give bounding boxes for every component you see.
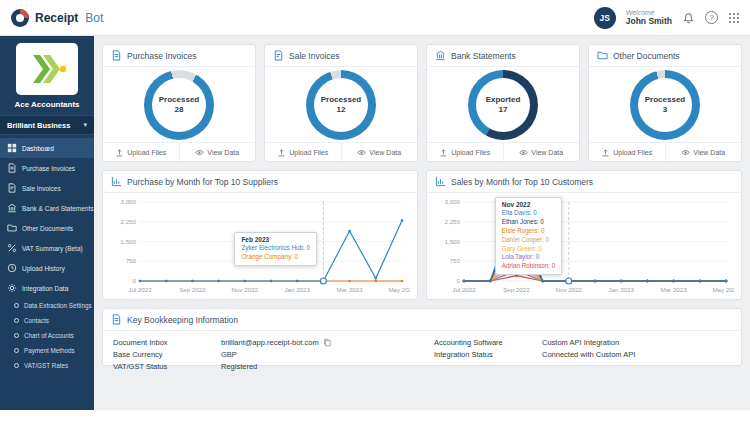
svg-text:Jul 2022: Jul 2022 bbox=[128, 286, 152, 293]
key-info-row: Document Inbox brilliant@app.receipt-bot… bbox=[113, 336, 410, 348]
purchase-line-chart[interactable]: 07501,5002,2503,000Jul 2022Sep 2022Nov 2… bbox=[103, 193, 417, 301]
bar-chart-icon bbox=[435, 176, 446, 187]
view-data-link[interactable]: View Data bbox=[179, 143, 256, 161]
donut-chart: Exported 17 bbox=[468, 70, 538, 140]
folder-icon bbox=[597, 50, 608, 61]
bar-chart-icon bbox=[111, 176, 122, 187]
document-inbox-value: brilliant@app.receipt-bot.com bbox=[221, 338, 319, 347]
gear-icon bbox=[7, 283, 17, 293]
tooltip-item: Elsie Rogers: 0 bbox=[502, 227, 556, 236]
business-selector[interactable]: Brilliant Business ▾ bbox=[0, 115, 94, 135]
info-label: Base Currency bbox=[113, 350, 221, 359]
donut-count: 28 bbox=[175, 105, 184, 114]
sidebar-item-label: VAT Summary (Beta) bbox=[22, 245, 83, 252]
upload-files-link[interactable]: Upload Files bbox=[103, 143, 179, 161]
view-data-link[interactable]: View Data bbox=[341, 143, 418, 161]
tooltip-item: Lola Taylor: 0 bbox=[502, 253, 556, 262]
sidebar-subitem-vat-gst-rates[interactable]: VAT/GST Rates bbox=[0, 358, 94, 373]
view-data-link[interactable]: View Data bbox=[503, 143, 580, 161]
svg-text:3,000: 3,000 bbox=[121, 198, 137, 205]
sidebar-item-other-documents[interactable]: Other Documents bbox=[0, 218, 94, 238]
receipt-bot-logo-icon bbox=[10, 8, 30, 28]
eye-icon bbox=[681, 148, 690, 157]
svg-text:Mar 2023: Mar 2023 bbox=[337, 286, 364, 293]
sidebar-item-vat-summary[interactable]: VAT Summary (Beta) bbox=[0, 238, 94, 258]
document-icon bbox=[111, 314, 122, 325]
sidebar-subitem-label: Data Extraction Settings bbox=[24, 302, 92, 309]
donut-status: Exported bbox=[486, 95, 521, 104]
notifications-bell-icon[interactable] bbox=[682, 11, 695, 24]
info-label: Accounting Software bbox=[434, 338, 542, 347]
line-chart-canvas: 07501,5002,2503,000Jul 2022Sep 2022Nov 2… bbox=[434, 195, 734, 295]
purchase-invoices-card: Purchase Invoices Processed 28 Upload Fi… bbox=[102, 44, 256, 162]
svg-text:Sep 2022: Sep 2022 bbox=[179, 286, 206, 293]
sidebar-item-purchase-invoices[interactable]: Purchase Invoices bbox=[0, 158, 94, 178]
key-info-left-column: Document Inbox brilliant@app.receipt-bot… bbox=[113, 336, 410, 372]
sidebar-subitem-payment-methods[interactable]: Payment Methods bbox=[0, 343, 94, 358]
upload-icon bbox=[439, 148, 448, 157]
svg-text:0: 0 bbox=[457, 277, 461, 284]
view-data-label: View Data bbox=[693, 149, 725, 156]
svg-text:Nov 2022: Nov 2022 bbox=[556, 286, 583, 293]
receipt-bot-logo[interactable]: ReceiptBot bbox=[10, 8, 103, 28]
vat-status-value: Registered bbox=[221, 362, 410, 371]
eye-icon bbox=[357, 148, 366, 157]
upload-files-link[interactable]: Upload Files bbox=[427, 143, 503, 161]
svg-text:1,500: 1,500 bbox=[121, 238, 137, 245]
sidebar-item-sale-invoices[interactable]: Sale Invoices bbox=[0, 178, 94, 198]
sidebar-item-upload-history[interactable]: Upload History bbox=[0, 258, 94, 278]
card-title: Bank Statements bbox=[451, 51, 516, 61]
sidebar-subitem-data-extraction-settings[interactable]: Data Extraction Settings bbox=[0, 298, 94, 313]
chart-tooltip: Feb 2023 Zyker Electronics Hub: 0Orange … bbox=[234, 232, 317, 266]
donut-status: Processed bbox=[645, 95, 685, 104]
upload-files-label: Upload Files bbox=[613, 149, 652, 156]
upload-files-link[interactable]: Upload Files bbox=[265, 143, 341, 161]
donut-chart: Processed 3 bbox=[630, 70, 700, 140]
sidebar-item-dashboard[interactable]: Dashboard bbox=[0, 138, 94, 158]
bank-statements-card: Bank Statements Exported 17 Upload Files… bbox=[426, 44, 580, 162]
dashboard-icon bbox=[7, 143, 17, 153]
tooltip-item: Gary Green: 0 bbox=[502, 245, 556, 254]
donut-status: Processed bbox=[321, 95, 361, 104]
svg-text:750: 750 bbox=[450, 257, 461, 264]
sidebar: Ace Accountants Brilliant Business ▾ Das… bbox=[0, 36, 94, 410]
key-info-row: Base Currency GBP bbox=[113, 348, 410, 360]
svg-text:Sep 2022: Sep 2022 bbox=[503, 286, 530, 293]
invoice-icon bbox=[111, 50, 122, 61]
card-title: Other Documents bbox=[613, 51, 680, 61]
sales-line-chart[interactable]: 07501,5002,2503,000Jul 2022Sep 2022Nov 2… bbox=[427, 193, 741, 301]
percent-icon bbox=[7, 243, 17, 253]
tooltip-item: Ethan Jones: 0 bbox=[502, 218, 556, 227]
avatar[interactable]: JS bbox=[594, 7, 616, 29]
sidebar-item-label: Purchase Invoices bbox=[22, 165, 75, 172]
key-info-row: Accounting Software Custom API Integrati… bbox=[434, 336, 731, 348]
apps-grid-icon[interactable] bbox=[728, 12, 740, 24]
upload-files-label: Upload Files bbox=[451, 149, 490, 156]
donut-status: Processed bbox=[159, 95, 199, 104]
view-data-link[interactable]: View Data bbox=[665, 143, 742, 161]
sidebar-subitem-contacts[interactable]: Contacts bbox=[0, 313, 94, 328]
sidebar-subitem-label: VAT/GST Rates bbox=[24, 362, 68, 369]
sidebar-item-bank-card-statements[interactable]: Bank & Card Statements bbox=[0, 198, 94, 218]
sidebar-item-integration-data[interactable]: Integration Data bbox=[0, 278, 94, 298]
sidebar-subitem-label: Payment Methods bbox=[24, 347, 75, 354]
sidebar-subitem-chart-of-accounts[interactable]: Chart of Accounts bbox=[0, 328, 94, 343]
upload-icon bbox=[277, 148, 286, 157]
view-data-label: View Data bbox=[207, 149, 239, 156]
copy-icon[interactable] bbox=[323, 338, 332, 347]
bullet-icon bbox=[14, 318, 19, 323]
integration-status-value: Connected with Custom API bbox=[542, 350, 731, 359]
chart-title: Purchase by Month for Top 10 Suppliers bbox=[127, 177, 278, 187]
sidebar-item-label: Dashboard bbox=[22, 145, 54, 152]
tooltip-title: Nov 2022 bbox=[502, 201, 556, 208]
view-data-label: View Data bbox=[369, 149, 401, 156]
tooltip-item: Orange Company: 0 bbox=[241, 253, 310, 262]
user-block[interactable]: Welcome John Smith bbox=[626, 9, 672, 26]
tooltip-item: Ella Davis: 0 bbox=[502, 209, 556, 218]
sidebar-item-label: Integration Data bbox=[22, 285, 68, 292]
svg-text:1,500: 1,500 bbox=[445, 238, 461, 245]
help-icon[interactable]: ? bbox=[705, 11, 718, 24]
upload-files-link[interactable]: Upload Files bbox=[589, 143, 665, 161]
tooltip-title: Feb 2023 bbox=[241, 236, 310, 243]
info-label: Document Inbox bbox=[113, 338, 221, 347]
